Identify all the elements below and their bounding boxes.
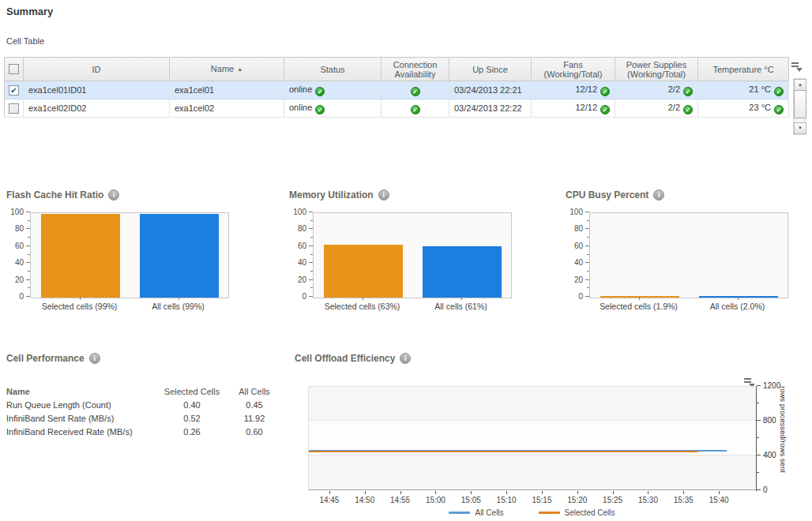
status-ok-icon: ✓ (774, 105, 784, 114)
x-tick-label: 14:50 (355, 496, 374, 504)
column-header-connection-availability[interactable]: Connection Availability (382, 58, 449, 81)
cell-power: 2/2✓ (615, 81, 698, 99)
memory-utilization-chart: Memory Utilizationi 020406080100 Selecte… (289, 189, 526, 314)
row-checkbox-checked[interactable]: ✔ (9, 85, 19, 96)
metric-name: Run Queue Length (Count) (6, 400, 158, 410)
info-icon[interactable]: i (653, 189, 664, 201)
flash-cache-hit-ratio-chart: Flash Cache Hit Ratioi 020406080100 Sele… (6, 189, 243, 314)
status-ok-icon: ✓ (683, 105, 693, 114)
column-header-name[interactable]: Name▲ (170, 58, 284, 81)
scroll-thumb[interactable] (794, 90, 806, 118)
cell-up-since: 03/24/2013 22:22 (449, 99, 532, 118)
status-ok-icon: ✓ (600, 87, 610, 96)
table-row[interactable]: exa1cel02ID02 exa1cel02 online✓ ✓ 03/24/… (5, 99, 789, 118)
cell-status: online✓ (284, 99, 382, 118)
cell-performance-section: Cell Performancei Name Selected Cells Al… (6, 353, 284, 364)
y-axis: 020406080100 (289, 212, 313, 297)
row-select-cell[interactable]: ✔ (5, 81, 24, 99)
cell-name: exa1cel02 (170, 99, 284, 118)
chart-title: Flash Cache Hit Ratio (6, 189, 103, 201)
x-tick-label: 15:10 (497, 496, 517, 504)
scroll-up-button[interactable]: ▲ (794, 79, 806, 91)
metric-selected-value: 0.52 (158, 414, 226, 423)
table-menu-icon[interactable] (791, 62, 803, 72)
column-header-fans[interactable]: Fans (Working/Total) (532, 58, 615, 81)
table-row[interactable]: ✔ exa1cel01ID01 exa1cel01 online✓ ✓ 03/2… (5, 81, 789, 99)
status-ok-icon: ✓ (774, 87, 784, 96)
metric-selected-value: 0.26 (158, 427, 226, 437)
column-header-temperature[interactable]: Temperature °C (698, 58, 789, 81)
cell-fans: 12/12✓ (532, 99, 615, 118)
cell-up-since: 03/24/2013 22:21 (449, 81, 532, 99)
x-tick-label: 14:45 (319, 496, 339, 504)
metric-all-value: 11.92 (226, 414, 283, 423)
info-icon[interactable]: i (89, 353, 100, 364)
row-checkbox[interactable] (9, 103, 19, 114)
cell-connection: ✓ (382, 99, 449, 118)
status-ok-icon: ✓ (315, 87, 325, 96)
x-axis: Selected cells (63%)All cells (61%) (313, 298, 512, 311)
perf-col-selected: Selected Cells (158, 387, 226, 396)
y-axis: 020406080100 (6, 212, 30, 297)
bar-label: Selected cells (1.9%) (600, 302, 678, 311)
bar (699, 296, 778, 298)
cell-offload-efficiency-section: Cell Offload Efficiency i (295, 353, 411, 364)
column-header-up-since[interactable]: Up Since (449, 58, 532, 81)
metric-name: InfiniBand Received Rate (MB/s) (6, 427, 158, 437)
status-ok-icon: ✓ (600, 105, 610, 114)
legend-swatch (449, 512, 470, 514)
cell-power: 2/2✓ (615, 99, 698, 118)
cell-status: online✓ (284, 81, 382, 99)
bar (423, 246, 502, 298)
bar (324, 245, 403, 298)
offload-y-axis-title: rows processed/rows sent (779, 386, 788, 490)
metric-selected-value: 0.40 (158, 400, 226, 410)
scroll-down-button[interactable]: ▼ (794, 122, 806, 134)
column-header-status[interactable]: Status (284, 58, 382, 81)
cell-id: exa1cel01ID01 (24, 81, 170, 99)
sort-ascending-icon: ▲ (237, 66, 242, 72)
select-all-header[interactable] (5, 58, 24, 81)
perf-col-all: All Cells (226, 387, 283, 396)
legend-item: Selected Cells (539, 508, 615, 517)
series-line (309, 451, 698, 452)
offload-legend: All CellsSelected Cells (308, 508, 756, 517)
bar-label: All cells (61%) (434, 302, 487, 311)
bar-label: All cells (99%) (152, 302, 205, 311)
info-icon[interactable]: i (400, 353, 411, 364)
plot-area (589, 212, 788, 298)
status-ok-icon: ✓ (411, 105, 420, 114)
perf-header-row: Name Selected Cells All Cells (6, 384, 284, 398)
cell-fans: 12/12✓ (532, 81, 615, 99)
cell-performance-table: Name Selected Cells All Cells Run Queue … (6, 384, 284, 438)
x-tick-label: 15:00 (426, 496, 445, 504)
cell-temperature: 23 °C✓ (698, 99, 789, 118)
status-ok-icon: ✓ (411, 87, 420, 96)
cell-table-header-row: ID Name▲ Status Connection Availability … (5, 58, 789, 81)
row-select-cell[interactable] (5, 99, 24, 118)
cpu-busy-percent-chart: CPU Busy Percenti 020406080100 Selected … (566, 189, 803, 314)
bar-label: All cells (2.0%) (710, 302, 765, 311)
bar (600, 296, 679, 298)
legend-item: All Cells (449, 508, 503, 517)
chart-title: Memory Utilization (289, 189, 374, 201)
column-header-id[interactable]: ID (24, 58, 170, 81)
x-tick-label: 15:15 (532, 496, 551, 504)
offload-plot (308, 386, 756, 490)
offload-x-axis: 14:4514:5014:5515:0015:0515:1015:1515:20… (308, 490, 756, 504)
metric-all-value: 0.45 (226, 400, 283, 410)
cell-connection: ✓ (382, 81, 449, 99)
perf-row: InfiniBand Sent Rate (MB/s) 0.52 11.92 (6, 411, 284, 425)
table-scrollbar[interactable]: ▲ ▼ (793, 78, 806, 135)
legend-swatch (539, 512, 560, 514)
x-axis: Selected cells (99%)All cells (99%) (30, 298, 229, 311)
y-axis: 020406080100 (566, 212, 589, 297)
select-all-checkbox[interactable] (9, 64, 19, 74)
page-title: Summary (6, 6, 53, 17)
status-ok-icon: ✓ (315, 105, 325, 114)
status-ok-icon: ✓ (683, 87, 693, 96)
column-header-power-supplies[interactable]: Power Supplies (Working/Total) (615, 58, 698, 81)
info-icon[interactable]: i (378, 189, 389, 201)
info-icon[interactable]: i (108, 189, 119, 201)
cell-table-label: Cell Table (6, 36, 44, 46)
